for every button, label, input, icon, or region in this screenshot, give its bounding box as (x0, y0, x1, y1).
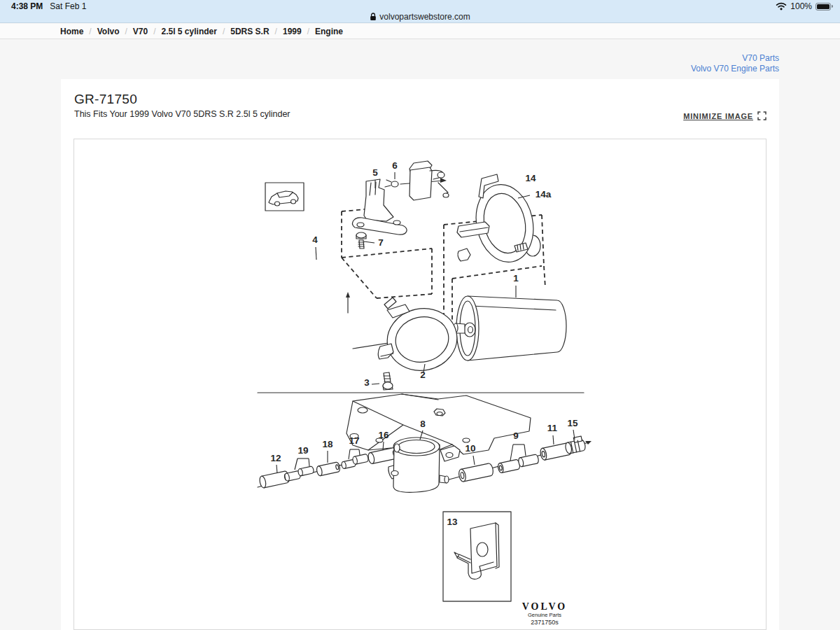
part-number-7: 7 (378, 237, 384, 248)
part-number-1: 1 (513, 273, 519, 284)
parts-diagram-image: VOLVO Genuine Parts 2371750s 56741414a12… (74, 139, 766, 630)
minimize-image-button[interactable]: MINIMIZE IMAGE (683, 111, 766, 120)
clamp-part-2 (378, 298, 463, 377)
part-leader-10 (473, 456, 475, 465)
clamp-part-14 (457, 174, 540, 267)
volvo-logo: VOLVO Genuine Parts 2371750s (522, 601, 568, 626)
hose-clamp-15 (564, 435, 587, 454)
breadcrumb: Home/Volvo/V70/2.5l 5 cylinder/5DRS S.R/… (0, 24, 840, 39)
part-number-12: 12 (270, 453, 281, 463)
hose-section-17b (352, 454, 369, 464)
breadcrumb-item-1999[interactable]: 1999 (283, 27, 302, 36)
wifi-icon (776, 2, 787, 10)
part-leader-17 (349, 449, 350, 459)
part-number-3: 3 (364, 377, 370, 388)
part-leader-9 (524, 444, 526, 456)
status-right: 100% (776, 1, 833, 11)
bracket-part-5 (352, 179, 407, 234)
part-number-8: 8 (420, 419, 426, 429)
part-number-13: 13 (447, 517, 458, 527)
part-leader-17 (359, 449, 360, 455)
part-leader-11 (553, 435, 554, 444)
battery-percent: 100% (790, 1, 812, 11)
part-number-14a: 14a (536, 189, 552, 200)
hose-section-10 (458, 463, 494, 482)
battery-full-icon (816, 3, 833, 10)
part-number-18: 18 (322, 439, 333, 449)
fuel-filter-part-1 (454, 296, 566, 360)
link-volvo-v70-engine-parts[interactable]: Volvo V70 Engine Parts (691, 64, 779, 74)
hose-section-19b (298, 466, 314, 476)
part-leader-12 (276, 465, 277, 473)
part-number-9: 9 (513, 430, 519, 441)
breadcrumb-separator: / (125, 27, 127, 36)
address-bar[interactable]: volvopartswebstore.com (0, 10, 840, 23)
part-number-11: 11 (547, 423, 558, 433)
hose-section-9a (497, 459, 520, 473)
part-leader-3 (372, 384, 379, 384)
status-bar: 4:38 PM Sat Feb 1 volvopartswebstore.com… (0, 0, 840, 23)
status-left: 4:38 PM Sat Feb 1 (11, 1, 86, 11)
part-number-6: 6 (392, 160, 398, 171)
breadcrumb-item-v70[interactable]: V70 (133, 27, 148, 36)
parts-diagram: VOLVO Genuine Parts 2371750s 56741414a12… (74, 139, 767, 630)
hose-section-9b (518, 454, 539, 468)
page-title: GR-71750 (74, 92, 137, 107)
part-number-16: 16 (378, 430, 389, 440)
clock: 4:38 PM (11, 1, 43, 11)
volvo-wordmark: VOLVO (522, 601, 568, 612)
part-number-10: 10 (465, 443, 475, 454)
breadcrumb-separator: / (275, 27, 277, 36)
car-thumbnail-icon (265, 183, 304, 211)
part-leader-19 (309, 458, 309, 466)
breadcrumb-item-engine[interactable]: Engine (315, 27, 343, 36)
volvo-tagline: Genuine Parts (528, 612, 561, 618)
part-leader-7 (364, 241, 374, 243)
bolt-part-7 (356, 232, 366, 248)
part-leader-4 (316, 247, 316, 260)
breadcrumb-item-volvo[interactable]: Volvo (97, 27, 120, 36)
breadcrumb-separator: / (89, 27, 91, 36)
part-number-17: 17 (349, 435, 359, 446)
product-card: GR-71750 This Fits Your 1999 Volvo V70 5… (61, 79, 779, 630)
minimize-image-label: MINIMIZE IMAGE (683, 112, 753, 120)
url-text: volvopartswebstore.com (379, 12, 470, 22)
part-number-2: 2 (420, 370, 426, 380)
breadcrumb-separator: / (307, 27, 309, 36)
breadcrumb-item-5drs-s-r[interactable]: 5DRS S.R (230, 27, 269, 36)
part-leader-19 (295, 458, 298, 470)
link-v70-parts[interactable]: V70 Parts (691, 53, 779, 64)
breadcrumb-item-2-5l-5-cylinder[interactable]: 2.5l 5 cylinder (162, 27, 217, 36)
quick-links: V70 PartsVolvo V70 Engine Parts (691, 53, 779, 74)
diagram-image-number: 2371750s (531, 619, 559, 626)
fits-text: This Fits Your 1999 Volvo V70 5DRS S.R 2… (74, 109, 290, 119)
part-number-14: 14 (525, 173, 536, 183)
date: Sat Feb 1 (50, 1, 86, 11)
breadcrumb-separator: / (223, 27, 225, 36)
breadcrumb-item-home[interactable]: Home (60, 27, 83, 36)
expand-corners-icon (757, 111, 766, 120)
bolt-part-3 (383, 372, 393, 390)
hose-section-18 (316, 462, 340, 477)
part-number-4: 4 (312, 234, 318, 245)
part-number-15: 15 (567, 418, 578, 428)
padlock-icon (370, 13, 377, 21)
part-number-19: 19 (298, 445, 308, 456)
breadcrumb-separator: / (153, 27, 155, 36)
part-leader-9 (510, 444, 513, 461)
part-number-5: 5 (372, 167, 378, 178)
